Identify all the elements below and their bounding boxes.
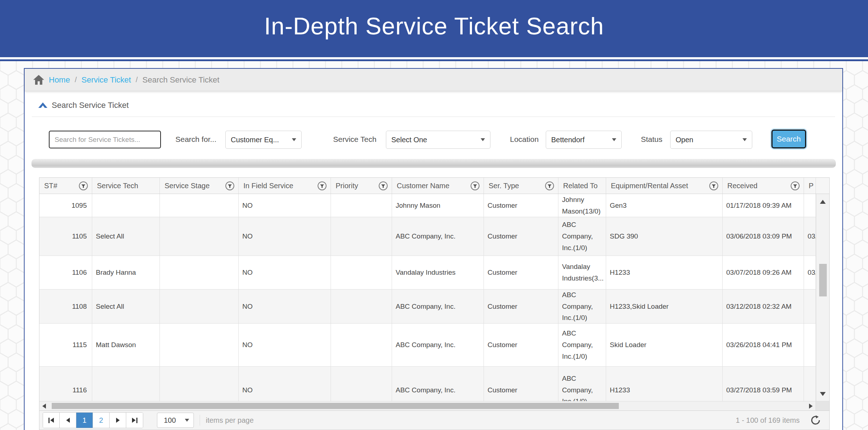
pager-range-label: 1 - 100 of 169 items [736,416,800,425]
cell-priority [331,324,392,366]
cell-related: Vandalay Industries(3... [558,256,606,289]
cell-equipment: H1233 [606,256,723,289]
breadcrumb: Home / Service Ticket / Search Service T… [25,69,842,91]
cell-st: 1105 [39,217,92,256]
scroll-up-icon[interactable] [820,200,826,204]
scroll-right-button[interactable] [806,401,816,410]
cell-equipment: Skid Loader [606,324,723,366]
horizontal-scrollbar-thumb[interactable] [52,403,619,409]
column-label-priority: Priority [336,182,358,190]
home-icon[interactable] [33,75,44,85]
cell-infield: NO [239,256,331,289]
column-header-tech[interactable]: Service Tech [92,178,160,194]
column-header-stage[interactable]: Service Stage [160,178,239,194]
page-button-1[interactable]: 1 [76,413,93,428]
cell-infield: NO [239,290,331,323]
cell-p [804,290,816,323]
horizontal-scrollbar[interactable] [39,401,829,410]
breadcrumb-link-home[interactable]: Home [49,75,70,85]
cell-related: Johnny Mason(13/0) [558,194,606,217]
grid-rows: 1095NOJohnny MasonCustomerJohnny Mason(1… [39,194,816,401]
cell-priority [331,256,392,289]
table-row[interactable]: 1106Brady HannaNOVandalay IndustriesCust… [39,256,816,290]
cell-tech [92,194,160,217]
search-for-dropdown[interactable]: Customer Eq... [225,131,302,149]
breadcrumb-current: Search Service Ticket [142,75,220,85]
header-scrollbar-stub [816,178,829,194]
caret-up-icon[interactable] [38,102,47,108]
horizontal-scrollbar-track[interactable] [49,401,806,410]
cell-stage [160,194,239,217]
chevron-down-icon [292,138,296,141]
splitter-bar [31,159,836,168]
cell-sertype: Customer [484,256,558,289]
chevron-down-icon [743,138,747,141]
table-row[interactable]: 1116NOABC Company, Inc.CustomerABC Compa… [39,367,816,401]
table-row[interactable]: 1108Select AllNOABC Company, Inc.Custome… [39,290,816,324]
grid-body: 1095NOJohnny MasonCustomerJohnny Mason(1… [39,194,829,401]
chevron-down-icon [185,419,189,422]
page-button-2[interactable]: 2 [93,413,110,428]
column-header-equipment[interactable]: Equipment/Rental Asset [606,178,723,194]
cell-st: 1095 [39,194,92,217]
cell-equipment: Gen3 [606,194,723,217]
cell-received: 03/12/2018 02:32 AM [723,290,804,323]
cell-received: 03/26/2018 04:41 PM [723,324,804,366]
collapse-header[interactable]: Search Service Ticket [38,101,129,110]
filter-icon[interactable] [78,181,88,191]
column-header-st[interactable]: ST# [39,178,92,194]
column-header-received[interactable]: Received [723,178,804,194]
column-header-infield[interactable]: In Field Service [239,178,331,194]
breadcrumb-separator: / [136,76,138,84]
section-divider [32,117,835,117]
scroll-down-icon[interactable] [820,392,826,396]
last-page-button[interactable] [126,413,143,428]
column-header-sertype[interactable]: Ser. Type [484,178,558,194]
column-header-p[interactable]: P [804,178,816,194]
vertical-scrollbar-thumb[interactable] [819,264,827,296]
search-input[interactable] [49,131,161,148]
breadcrumb-link-service-ticket[interactable]: Service Ticket [81,75,131,85]
next-page-button[interactable] [110,413,126,428]
location-dropdown[interactable]: Bettendorf [546,131,622,149]
pager-pages: 12 [76,413,110,428]
cell-sertype: Customer [484,367,558,401]
status-dropdown[interactable]: Open [670,131,752,149]
cell-stage [160,256,239,289]
service-tech-label: Service Tech [333,135,376,144]
cell-customer: ABC Company, Inc. [392,324,484,366]
column-header-priority[interactable]: Priority [331,178,392,194]
column-header-related[interactable]: Related To [558,178,606,194]
page-size-dropdown[interactable]: 100 [157,413,194,428]
cell-customer: ABC Company, Inc. [392,290,484,323]
filter-icon[interactable] [225,181,235,191]
filter-icon[interactable] [378,181,388,191]
location-value: Bettendorf [551,136,584,144]
service-ticket-grid: ST#Service TechService StageIn Field Ser… [39,177,830,430]
scroll-left-button[interactable] [39,401,49,410]
location-label: Location [510,135,539,144]
table-row[interactable]: 1095NOJohnny MasonCustomerJohnny Mason(1… [39,194,816,217]
filter-icon[interactable] [709,181,719,191]
search-button[interactable]: Search [771,130,806,148]
filter-icon[interactable] [545,181,554,191]
cell-received: 01/17/2018 09:39 AM [723,194,804,217]
filter-icon[interactable] [790,181,800,191]
previous-page-button[interactable] [60,413,76,428]
service-tech-dropdown[interactable]: Select One [386,131,490,149]
table-row[interactable]: 1105Select AllNOABC Company, Inc.Custome… [39,217,816,256]
refresh-icon[interactable] [810,415,821,425]
cell-customer: Vandalay Industries [392,256,484,289]
cell-stage [160,367,239,401]
filter-icon[interactable] [317,181,327,191]
table-row[interactable]: 1115Matt DawsonNOABC Company, Inc.Custom… [39,324,816,367]
search-for-label: Search for... [175,135,216,144]
cell-st: 1108 [39,290,92,323]
column-header-customer[interactable]: Customer Name [392,178,484,194]
column-label-stage: Service Stage [165,182,210,190]
vertical-scrollbar[interactable] [816,194,829,401]
cell-sertype: Customer [484,290,558,323]
filter-icon[interactable] [470,181,480,191]
page-banner: In-Depth Service Ticket Search [0,0,868,57]
first-page-button[interactable] [43,413,60,428]
